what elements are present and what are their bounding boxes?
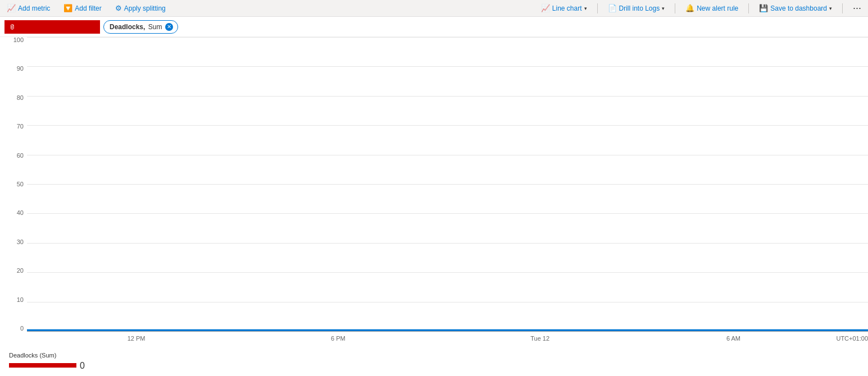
resource-tag: 🛢: [4, 20, 100, 34]
legend-area: Deadlocks (Sum) 0: [0, 349, 868, 376]
x-label-6pm: 6 PM: [331, 335, 346, 342]
plot-area: [27, 37, 868, 332]
y-label-60: 60: [17, 153, 24, 159]
toolbar: 📈 Add metric 🔽 Add filter ⚙ Apply splitt…: [0, 0, 868, 17]
metric-agg: Sum: [146, 23, 162, 31]
save-to-dashboard-button[interactable]: 💾 Save to dashboard ▾: [757, 3, 834, 13]
y-label-20: 20: [17, 268, 24, 274]
save-dashboard-icon: 💾: [759, 4, 768, 12]
y-label-100: 100: [13, 37, 24, 43]
line-chart-button[interactable]: 📈 Line chart ▾: [539, 3, 589, 13]
more-options-button[interactable]: ···: [851, 2, 864, 14]
new-alert-icon: 🔔: [685, 4, 694, 12]
metric-pill: Deadlocks, Sum ✕: [103, 20, 178, 34]
add-metric-button[interactable]: 📈 Add metric: [4, 3, 52, 13]
y-label-10: 10: [17, 297, 24, 303]
save-dashboard-label: Save to dashboard: [770, 4, 827, 12]
x-axis: 12 PM 6 PM Tue 12 6 AM UTC+01:00: [27, 335, 868, 349]
divider-3: [748, 3, 749, 13]
line-chart-chevron-icon: ▾: [584, 6, 587, 11]
drill-into-logs-button[interactable]: 📄 Drill into Logs ▾: [606, 3, 667, 13]
chart-area: 100 90 80 70 60 50 40 30 20 10 0 12 PM 6…: [0, 37, 868, 349]
legend-label: Deadlocks (Sum): [9, 352, 56, 359]
y-axis: 100 90 80 70 60 50 40 30 20 10 0: [0, 37, 27, 332]
y-label-0: 0: [20, 325, 24, 332]
metric-name: Deadlocks, Sum: [110, 23, 162, 31]
add-filter-label: Add filter: [75, 4, 101, 12]
add-metric-icon: 📈: [7, 4, 16, 12]
apply-splitting-icon: ⚙: [115, 4, 122, 12]
drill-logs-icon: 📄: [608, 4, 617, 12]
legend-swatch: [9, 363, 76, 368]
add-filter-button[interactable]: 🔽 Add filter: [61, 3, 103, 13]
x-label-tue12: Tue 12: [530, 335, 549, 342]
resource-icon: 🛢: [9, 24, 15, 30]
x-label-12pm: 12 PM: [128, 335, 146, 342]
add-filter-icon: 🔽: [63, 4, 72, 12]
metric-name-bold: Deadlocks,: [110, 23, 145, 31]
apply-splitting-button[interactable]: ⚙ Apply splitting: [113, 3, 168, 13]
divider-1: [597, 3, 598, 13]
divider-2: [675, 3, 675, 13]
chart-svg: [27, 37, 868, 331]
toolbar-right: 📈 Line chart ▾ 📄 Drill into Logs ▾ 🔔 New…: [539, 2, 864, 14]
y-label-50: 50: [17, 181, 24, 187]
y-label-90: 90: [17, 66, 24, 72]
divider-4: [842, 3, 843, 13]
new-alert-label: New alert rule: [697, 4, 738, 12]
legend-item: Deadlocks (Sum): [9, 352, 859, 359]
line-chart-icon: 📈: [541, 4, 550, 12]
y-label-30: 30: [17, 239, 24, 245]
apply-splitting-label: Apply splitting: [124, 4, 166, 12]
line-chart-label: Line chart: [552, 4, 582, 12]
y-label-80: 80: [17, 95, 24, 101]
drill-logs-chevron-icon: ▾: [662, 6, 665, 11]
add-metric-label: Add metric: [18, 4, 50, 12]
x-label-6am: 6 AM: [726, 335, 740, 342]
x-label-utc: UTC+01:00: [836, 335, 868, 342]
remove-metric-button[interactable]: ✕: [165, 23, 173, 31]
y-label-70: 70: [17, 123, 24, 130]
legend-value: 0: [80, 361, 85, 371]
new-alert-rule-button[interactable]: 🔔 New alert rule: [683, 3, 740, 13]
metric-bar: 🛢 Deadlocks, Sum ✕: [0, 17, 868, 37]
y-label-40: 40: [17, 210, 24, 216]
save-dashboard-chevron-icon: ▾: [829, 6, 832, 11]
legend-swatch-row: 0: [9, 360, 859, 371]
toolbar-left: 📈 Add metric 🔽 Add filter ⚙ Apply splitt…: [4, 3, 168, 13]
drill-logs-label: Drill into Logs: [619, 4, 660, 12]
